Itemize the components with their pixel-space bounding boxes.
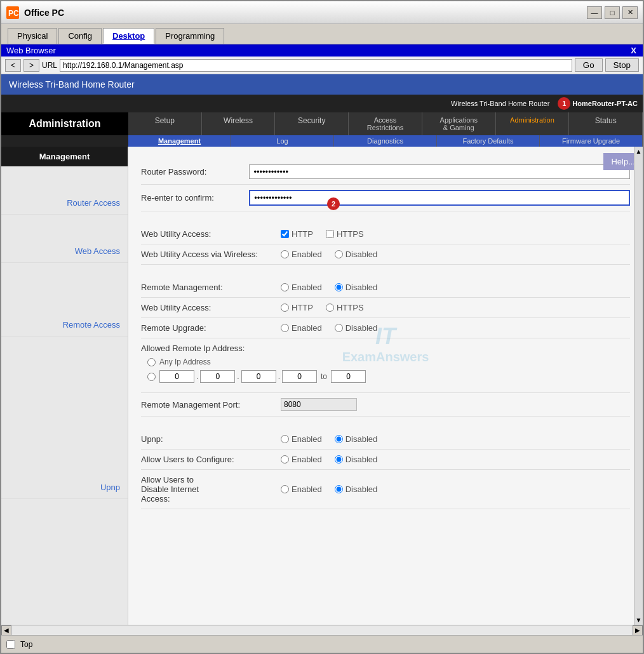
disable-enabled-radio[interactable] bbox=[281, 485, 289, 493]
allow-configure-group: Allow Users to Configure: Enabled Disabl… bbox=[141, 450, 630, 470]
title-bar: PC Office PC — □ ✕ bbox=[1, 1, 643, 24]
top-checkbox[interactable] bbox=[6, 640, 15, 649]
configure-enabled-option[interactable]: Enabled bbox=[281, 455, 322, 464]
sub-nav-diagnostics[interactable]: Diagnostics bbox=[334, 135, 437, 147]
h-scroll-right-button[interactable]: ▶ bbox=[633, 625, 643, 636]
upnp-disabled-option[interactable]: Disabled bbox=[335, 434, 378, 444]
http-checkbox[interactable] bbox=[281, 230, 289, 238]
remote-disabled-label: Disabled bbox=[345, 283, 378, 292]
remote-disabled-option[interactable]: Disabled bbox=[335, 283, 378, 292]
tab-config[interactable]: Config bbox=[58, 28, 102, 44]
nav-item-wireless[interactable]: Wireless bbox=[202, 112, 276, 135]
upnp-disabled-radio[interactable] bbox=[335, 435, 343, 443]
allow-configure-label: Allow Users to Configure: bbox=[141, 455, 281, 464]
remote-port-input[interactable] bbox=[281, 398, 357, 411]
sidebar-item-router-access[interactable]: Router Access bbox=[1, 192, 128, 215]
nav-item-status[interactable]: Status bbox=[569, 112, 643, 135]
vertical-scrollbar[interactable]: ▲ ▼ bbox=[634, 147, 643, 625]
ip-field-1[interactable] bbox=[159, 370, 194, 383]
configure-enabled-radio[interactable] bbox=[281, 455, 289, 464]
tab-programming[interactable]: Programming bbox=[156, 28, 224, 44]
status-bar: Top bbox=[1, 635, 643, 653]
url-label: URL bbox=[42, 61, 57, 70]
upnp-enabled-option[interactable]: Enabled bbox=[281, 434, 322, 444]
router-sub-nav: Management Log Diagnostics Factory Defau… bbox=[128, 135, 643, 147]
remote-enabled-radio[interactable] bbox=[281, 283, 289, 291]
browser-title-text: Web Browser bbox=[4, 46, 624, 55]
sidebar-spacer-4 bbox=[1, 337, 128, 476]
sidebar-item-upnp[interactable]: Upnp bbox=[1, 476, 128, 499]
configure-disabled-option[interactable]: Disabled bbox=[335, 455, 378, 464]
upnp-enabled-radio[interactable] bbox=[281, 435, 289, 443]
https-checkbox-option[interactable]: HTTPS bbox=[326, 229, 364, 239]
disable-enabled-option[interactable]: Enabled bbox=[281, 484, 322, 494]
disable-disabled-option[interactable]: Disabled bbox=[335, 484, 378, 494]
router-password-input[interactable] bbox=[249, 164, 630, 179]
tab-desktop[interactable]: Desktop bbox=[103, 28, 154, 44]
nav-item-setup[interactable]: Setup bbox=[128, 112, 202, 135]
sub-nav-factory-defaults[interactable]: Factory Defaults bbox=[437, 135, 540, 147]
tab-physical[interactable]: Physical bbox=[8, 28, 57, 44]
reenter-confirm-label: Re-enter to confirm: bbox=[141, 193, 249, 203]
web-https-radio[interactable] bbox=[326, 304, 334, 312]
sidebar-spacer-2 bbox=[1, 215, 128, 240]
sub-nav-log[interactable]: Log bbox=[231, 135, 334, 147]
scroll-up-arrow[interactable]: ▲ bbox=[636, 148, 642, 155]
forward-button[interactable]: > bbox=[23, 59, 39, 72]
wireless-enabled-option[interactable]: Enabled bbox=[281, 250, 322, 259]
configure-disabled-radio[interactable] bbox=[335, 455, 343, 464]
go-button[interactable]: Go bbox=[575, 58, 603, 72]
browser-close-button[interactable]: X bbox=[627, 46, 640, 55]
ip-field-2[interactable] bbox=[200, 370, 235, 383]
reenter-confirm-input[interactable] bbox=[249, 190, 630, 206]
web-http-radio[interactable] bbox=[281, 304, 289, 312]
upgrade-enabled-radio[interactable] bbox=[281, 324, 289, 332]
upnp-radio-group: Enabled Disabled bbox=[281, 434, 377, 444]
nav-item-access-restrictions[interactable]: AccessRestrictions bbox=[349, 112, 422, 135]
close-button[interactable]: ✕ bbox=[622, 6, 638, 19]
ip-sep-3: . bbox=[278, 372, 281, 381]
web-https-option[interactable]: HTTPS bbox=[326, 303, 364, 312]
scroll-down-arrow[interactable]: ▼ bbox=[636, 617, 642, 624]
any-ip-radio[interactable] bbox=[147, 358, 156, 366]
upgrade-disabled-option[interactable]: Disabled bbox=[335, 323, 378, 333]
disable-disabled-label: Disabled bbox=[345, 484, 378, 494]
allow-disable-group: Allow Users toDisable InternetAccess: En… bbox=[141, 470, 630, 509]
upgrade-disabled-radio[interactable] bbox=[335, 324, 343, 332]
http-checkbox-option[interactable]: HTTP bbox=[281, 229, 313, 239]
upnp-disabled-label: Disabled bbox=[345, 434, 378, 444]
minimize-button[interactable]: — bbox=[587, 6, 602, 19]
maximize-button[interactable]: □ bbox=[605, 6, 620, 19]
sub-nav-firmware-upgrade[interactable]: Firmware Upgrade bbox=[540, 135, 643, 147]
remote-enabled-option[interactable]: Enabled bbox=[281, 283, 322, 292]
upgrade-enabled-option[interactable]: Enabled bbox=[281, 323, 322, 333]
window-controls: — □ ✕ bbox=[587, 6, 638, 19]
ip-field-3[interactable] bbox=[241, 370, 276, 383]
sidebar-spacer-1 bbox=[1, 166, 128, 192]
ip-to-field[interactable] bbox=[331, 370, 366, 383]
specific-ip-radio[interactable] bbox=[147, 373, 156, 381]
url-input[interactable] bbox=[60, 59, 572, 72]
password-section: Router Password: Re-enter to confirm: bbox=[128, 147, 643, 218]
back-button[interactable]: < bbox=[5, 59, 21, 72]
stop-button[interactable]: Stop bbox=[605, 58, 639, 72]
h-scroll-left-button[interactable]: ◀ bbox=[1, 625, 11, 636]
nav-item-administration[interactable]: Administration bbox=[496, 112, 570, 135]
to-label: to bbox=[321, 372, 327, 381]
https-checkbox[interactable] bbox=[326, 230, 334, 238]
sidebar-item-remote-access[interactable]: Remote Access bbox=[1, 314, 128, 337]
top-label: Top bbox=[20, 640, 32, 649]
wireless-enabled-radio[interactable] bbox=[281, 250, 289, 258]
sidebar-item-web-access[interactable]: Web Access bbox=[1, 240, 128, 263]
sub-nav-management[interactable]: Management bbox=[128, 135, 231, 147]
web-http-option[interactable]: HTTP bbox=[281, 303, 313, 312]
router-password-label: Router Password: bbox=[141, 167, 249, 177]
allow-configure-radio-group: Enabled Disabled bbox=[281, 455, 377, 464]
remote-disabled-radio[interactable] bbox=[335, 283, 343, 291]
wireless-disabled-option[interactable]: Disabled bbox=[335, 250, 378, 259]
ip-field-4[interactable] bbox=[282, 370, 317, 383]
nav-item-applications-gaming[interactable]: Applications& Gaming bbox=[422, 112, 496, 135]
nav-item-security[interactable]: Security bbox=[275, 112, 349, 135]
disable-disabled-radio[interactable] bbox=[335, 485, 343, 493]
wireless-disabled-radio[interactable] bbox=[335, 250, 343, 258]
